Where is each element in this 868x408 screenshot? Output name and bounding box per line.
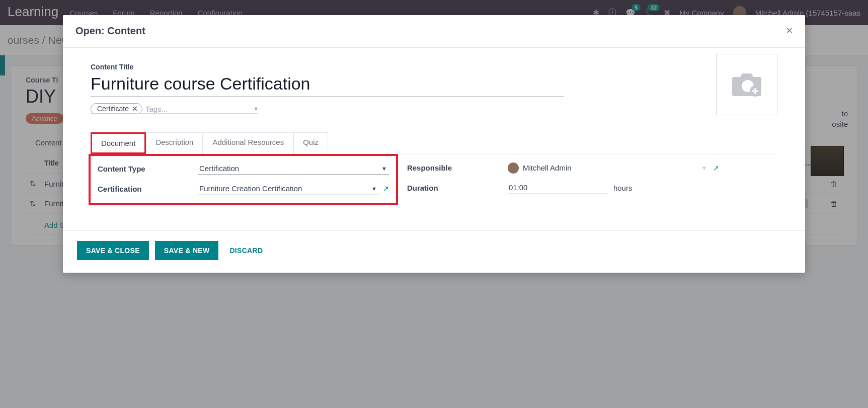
content-title-input[interactable] [91, 74, 564, 97]
chevron-down-icon: ▼ [701, 165, 707, 171]
responsible-label: Responsible [407, 164, 508, 172]
discard-button[interactable]: DISCARD [229, 247, 263, 255]
tab-document[interactable]: Document [91, 132, 146, 154]
tab-quiz[interactable]: Quiz [293, 132, 328, 154]
duration-label: Duration [407, 184, 508, 192]
image-upload-box[interactable] [716, 54, 777, 115]
content-modal: Open: Content × Content Title Certificat… [63, 15, 805, 273]
modal-title: Open: Content [75, 25, 145, 37]
save-close-button[interactable]: SAVE & CLOSE [77, 241, 149, 260]
highlighted-fields-box: Content Type ▼ Certification ▼ ↗ [89, 154, 398, 205]
tags-placeholder[interactable]: Tags... [145, 105, 168, 113]
content-type-label: Content Type [98, 165, 198, 173]
external-link-icon[interactable]: ↗ [713, 164, 719, 172]
tag-remove-icon[interactable]: ✕ [132, 105, 138, 113]
responsible-avatar [508, 162, 519, 174]
duration-input[interactable] [508, 181, 608, 194]
external-link-icon[interactable]: ↗ [383, 185, 389, 193]
content-title-label: Content Title [91, 63, 777, 71]
modal-tabs: Document Description Additional Resource… [91, 132, 777, 154]
certification-label: Certification [98, 185, 198, 193]
content-type-select[interactable] [198, 162, 389, 175]
camera-plus-icon [729, 71, 764, 99]
tag-label: Certificate [97, 105, 129, 113]
close-icon[interactable]: × [786, 24, 793, 37]
save-new-button[interactable]: SAVE & NEW [155, 241, 219, 260]
responsible-select[interactable] [522, 161, 673, 174]
tab-additional-resources[interactable]: Additional Resources [203, 132, 293, 154]
tab-description[interactable]: Description [146, 132, 203, 154]
certification-select[interactable] [198, 182, 379, 195]
tag-certificate-chip[interactable]: Certificate ✕ [91, 103, 142, 114]
tags-dropdown-icon[interactable]: ▼ [253, 106, 259, 112]
duration-unit: hours [613, 184, 633, 192]
